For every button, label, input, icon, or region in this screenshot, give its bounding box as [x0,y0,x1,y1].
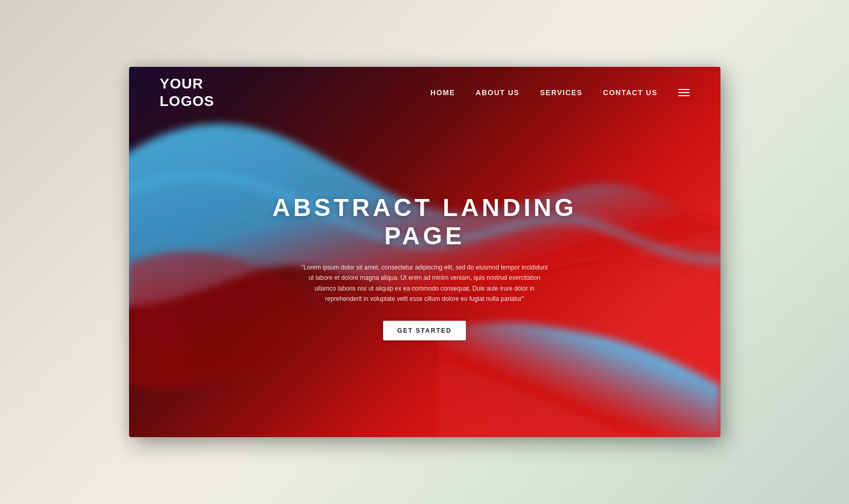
navigation: HOME ABOUT US SERVICES CONTACT US [430,88,689,97]
hamburger-menu-icon[interactable] [678,89,690,96]
hero-title: ABSTRACT LANDING PAGE [245,193,605,250]
get-started-button[interactable]: GET STARTED [383,320,466,340]
nav-home[interactable]: HOME [430,88,455,97]
header: YOUR LOGOS HOME ABOUT US SERVICES CONTAC… [129,67,720,118]
hero-description: "Lorem ipsum dolor sit amet, consectetur… [301,262,548,304]
hero-section: ABSTRACT LANDING PAGE "Lorem ipsum dolor… [245,193,605,340]
landing-page: YOUR LOGOS HOME ABOUT US SERVICES CONTAC… [129,67,720,437]
logo: YOUR LOGOS [160,75,214,110]
nav-contact[interactable]: CONTACT US [603,88,658,97]
nav-about[interactable]: ABOUT US [476,88,519,97]
nav-services[interactable]: SERVICES [540,88,583,97]
